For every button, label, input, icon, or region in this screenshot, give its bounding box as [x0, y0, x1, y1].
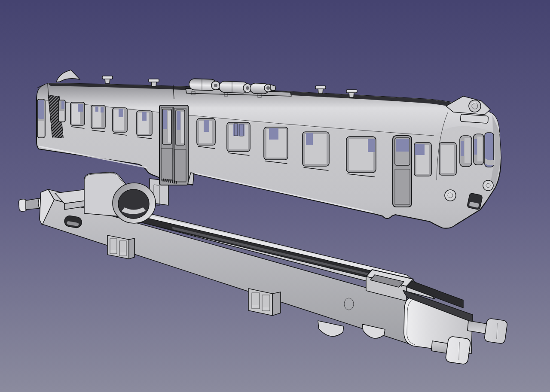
- cad-3d-viewport[interactable]: [0, 0, 550, 392]
- cab-side-door[interactable]: [393, 136, 412, 207]
- window[interactable]: [70, 102, 85, 128]
- front-skirt-slot[interactable]: [467, 193, 483, 210]
- windshield-right[interactable]: [474, 134, 484, 165]
- windshield-left[interactable]: [460, 136, 472, 167]
- window[interactable]: [137, 111, 152, 139]
- destination-board: [460, 114, 488, 123]
- window[interactable]: [264, 127, 288, 164]
- headlight-side[interactable]: [445, 190, 456, 201]
- headlight-front[interactable]: [483, 180, 493, 191]
- cad-application-window: [0, 0, 550, 392]
- window[interactable]: [414, 143, 431, 176]
- cab-side-window[interactable]: [439, 143, 456, 175]
- window[interactable]: [346, 137, 376, 177]
- window[interactable]: [302, 132, 329, 170]
- window[interactable]: [113, 108, 127, 135]
- left-end-window[interactable]: [37, 99, 45, 138]
- window[interactable]: [58, 100, 65, 122]
- window[interactable]: [91, 105, 105, 132]
- drive-shaft-bore[interactable]: [113, 183, 156, 223]
- entrance-doors[interactable]: [159, 105, 194, 185]
- cab-corner-window[interactable]: [485, 133, 494, 167]
- window[interactable]: [197, 119, 215, 149]
- window[interactable]: [227, 122, 250, 155]
